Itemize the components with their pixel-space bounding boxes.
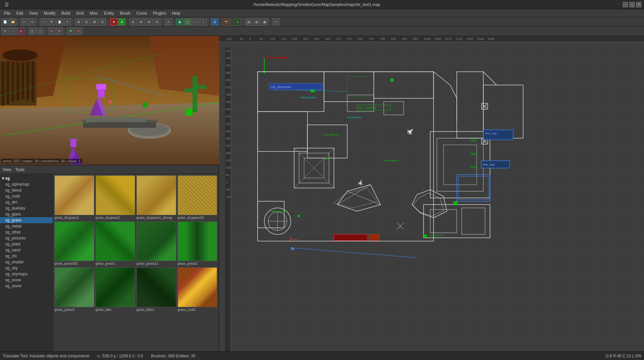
texture-grid[interactable]: grass_drygrass1 grass_drygrass2 grass_dr… <box>53 174 218 351</box>
tb-brush-green[interactable]: ■ <box>118 18 125 26</box>
map-svg[interactable]: info_playerstart misc_teleporter trigger… <box>231 42 644 351</box>
tree-sg_dirt[interactable]: sg_dirt <box>0 199 53 205</box>
texture-lake[interactable]: grass_lake <box>96 267 135 312</box>
svg-rect-108 <box>369 234 379 240</box>
menu-misc[interactable]: Misc <box>87 10 101 16</box>
menu-entity[interactable]: Entity <box>101 10 117 16</box>
tb2-circle[interactable]: ○ <box>9 28 17 35</box>
tb-undo[interactable]: ↩ <box>21 18 28 26</box>
menu-build[interactable]: Build <box>59 10 73 16</box>
tree-sg_other[interactable]: sg_other <box>0 229 53 235</box>
texture-grass11[interactable]: grass_grass11 <box>136 222 176 266</box>
tb-open[interactable]: 📂 <box>9 18 17 26</box>
tree-sg_skymaps[interactable]: sg_skymaps <box>0 271 53 277</box>
menu-brush[interactable]: Brush <box>117 10 133 16</box>
viewport-3d[interactable]: prims: 553 | states: 30 | transforms: 36… <box>0 36 219 165</box>
texture-label-grass11: grass_grass11 <box>136 261 176 266</box>
tb2-patch[interactable]: ▒ <box>29 28 36 35</box>
tb-mode-vert[interactable]: ▤ <box>245 18 252 26</box>
svg-rect-82 <box>453 201 457 205</box>
texture-lake1[interactable]: grass_lake1 <box>136 267 176 312</box>
texture-drygrass2[interactable]: grass_drygrass2 <box>96 175 135 220</box>
texture-grass001[interactable]: grass_grass001 <box>54 222 94 266</box>
tb-csg-merge[interactable]: ⊕ <box>137 18 145 26</box>
tree-sg_duelsky[interactable]: sg_duelsky <box>0 205 53 211</box>
texture-grass3[interactable]: grass_grass3 <box>54 267 94 312</box>
tree-sg_shader[interactable]: sg_shader <box>0 259 53 265</box>
menu-view[interactable]: View <box>27 10 40 16</box>
menu-grid[interactable]: Grid <box>74 10 87 16</box>
tb2-patch2[interactable]: ░ <box>37 28 44 35</box>
view-menu[interactable]: View <box>3 167 11 172</box>
tb-paste[interactable]: 📋 <box>56 18 63 26</box>
map-view[interactable]: -128 -64 0 64 128 192 256 320 384 448 51… <box>219 36 644 351</box>
tb-camera[interactable]: 📷 <box>222 18 230 26</box>
texture-drygrass1[interactable]: grass_drygrass1 <box>54 175 94 220</box>
tb-new[interactable]: 📄 <box>1 18 9 26</box>
menu-edit[interactable]: Edit <box>14 10 26 16</box>
tb-select-touching[interactable]: ⊞ <box>75 18 82 26</box>
tb-select-inside[interactable]: ⊟ <box>83 18 90 26</box>
tree-sg_cloth[interactable]: sg_cloth <box>0 193 53 199</box>
tb-csg-hollow[interactable]: ⊘ <box>153 18 161 26</box>
tree-sg_sky[interactable]: sg_sky <box>0 265 53 271</box>
tb-redo[interactable]: ↪ <box>29 18 36 26</box>
texture-grass2[interactable]: grass_grass2 <box>178 222 217 266</box>
menu-curve[interactable]: Curve <box>134 10 150 16</box>
svg-rect-12 <box>27 61 29 101</box>
tree-sg_pictures[interactable]: sg_pictures <box>0 235 53 241</box>
minimize-button[interactable]: − <box>623 2 628 7</box>
menu-plugins[interactable]: Plugins <box>150 10 169 16</box>
svg-rect-38 <box>109 101 112 103</box>
tree-sg_blend[interactable]: sg_blend <box>0 187 53 193</box>
tree-sg_sand[interactable]: sg_sand <box>0 247 53 253</box>
tb-tex-apply[interactable]: ▢ <box>184 18 191 26</box>
tb-flip-h[interactable]: ↔ <box>192 18 199 26</box>
menu-help[interactable]: Help <box>169 10 183 16</box>
tb2-entity[interactable]: ♦ <box>17 28 25 35</box>
tb-select-invert[interactable]: ⊡ <box>99 18 106 26</box>
tb-reload[interactable]: ↻ <box>272 18 280 26</box>
tb2-check[interactable]: ⚑ <box>67 28 74 35</box>
tb-cut[interactable]: ✂ <box>40 18 47 26</box>
tb-entity-info[interactable]: ℹ <box>234 18 241 26</box>
svg-text:1280: 1280 <box>470 165 477 169</box>
tb-copy[interactable]: ⧉ <box>48 18 55 26</box>
tb2-flip-l[interactable]: ↻ <box>56 28 63 35</box>
tb-flip-v[interactable]: ↕ <box>200 18 207 26</box>
restore-button[interactable]: □ <box>629 2 635 7</box>
tree-root[interactable]: ▾ sg <box>0 175 53 181</box>
tb2-sun[interactable]: ☀ <box>1 28 9 35</box>
tools-menu[interactable]: Tools <box>15 167 25 172</box>
menu-file[interactable]: File <box>1 10 13 16</box>
tree-sg_metal[interactable]: sg_metal <box>0 223 53 229</box>
menu-modify[interactable]: Modify <box>41 10 58 16</box>
tb-select-partial[interactable]: ⊠ <box>91 18 98 26</box>
tree-sg_stone[interactable]: sg_stone <box>0 283 53 289</box>
texture-drygrass2b[interactable]: grass_drygrass2b <box>178 175 217 220</box>
tb-csg-intersect[interactable]: ⊗ <box>145 18 153 26</box>
tb-connect[interactable]: ≡ <box>165 18 172 26</box>
hamburger-icon[interactable]: ☰ <box>3 1 11 8</box>
tb-mode-face[interactable]: ▥ <box>253 18 260 26</box>
tb-brush-red[interactable]: ■ <box>110 18 118 26</box>
tb-mode-edge[interactable]: ▦ <box>261 18 268 26</box>
map-canvas-area[interactable]: 1130 1088 1024 960 896 832 768 704 640 5… <box>225 42 644 351</box>
texture-grass1[interactable]: grass_grass1 <box>96 222 135 266</box>
tb-csg-subtract[interactable]: ⊖ <box>129 18 137 26</box>
tb-snap-grid[interactable]: G <box>211 18 218 26</box>
texture-tree[interactable]: ▾ sg sg_alphamap sg_blend sg_cloth sg_di… <box>0 174 53 351</box>
tb-brush-to-map[interactable]: ▣ <box>176 18 183 26</box>
tree-sg_snow[interactable]: sg_snow <box>0 277 53 283</box>
tree-sg_alphamap[interactable]: sg_alphamap <box>0 181 53 187</box>
texture-leaf1[interactable]: grass_Leaf1 <box>178 267 217 312</box>
close-button[interactable]: ✕ <box>636 2 641 7</box>
tree-sg_glass[interactable]: sg_glass <box>0 211 53 217</box>
texture-drygrass2phong[interactable]: grass_drygrass2_phong <box>136 175 176 220</box>
tb-delete[interactable]: ✕ <box>64 18 71 26</box>
tb2-x[interactable]: ⊗ <box>75 28 82 35</box>
tree-sg_sfx[interactable]: sg_sfx <box>0 253 53 259</box>
tb2-flip-r[interactable]: ↺ <box>48 28 55 35</box>
tree-sg_grass[interactable]: sg_grass <box>0 217 53 223</box>
tree-sg_plant[interactable]: sg_plant <box>0 241 53 247</box>
